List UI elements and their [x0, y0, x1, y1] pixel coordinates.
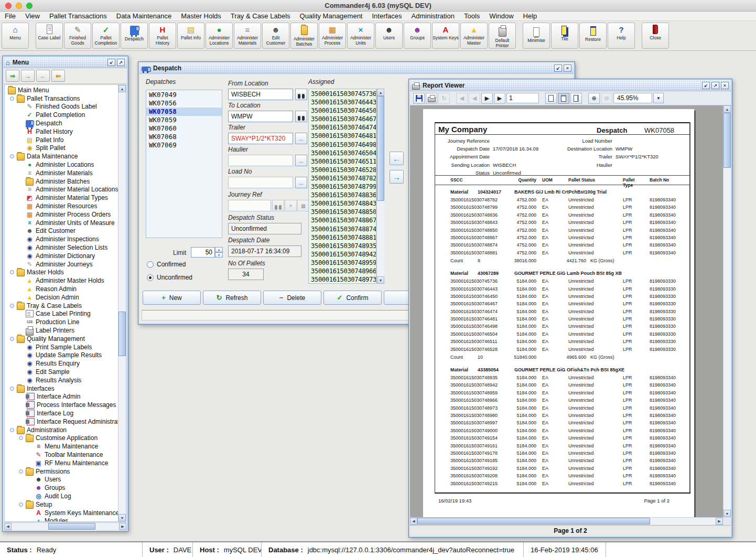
system-keys-toolbar-button[interactable]: ASystem Keys — [432, 23, 459, 49]
close-toolbar-button[interactable]: Close — [642, 23, 669, 49]
assigned-list-item[interactable]: 350001615030748973 — [309, 275, 376, 284]
assigned-list-item[interactable]: 350001615030746511 — [309, 157, 376, 166]
report-vscroll-thumb[interactable] — [723, 113, 731, 168]
unconfirmed-radio[interactable]: Unconfirmed — [147, 274, 192, 281]
despatch-toolbar-button[interactable]: Despatch — [121, 23, 148, 49]
scroll-up-icon[interactable]: ▲ — [118, 85, 126, 92]
report-window-close-button[interactable]: × — [721, 82, 729, 89]
tree-item-administer-material-locations[interactable]: ≡Administer Material Locations — [5, 186, 118, 194]
tree-item-pallet-history[interactable]: HPallet History — [5, 127, 118, 136]
tree-expander-icon[interactable] — [10, 387, 14, 391]
tree-item-setup[interactable]: Setup — [5, 500, 118, 509]
restore-toolbar-button[interactable]: Restore — [579, 23, 607, 49]
scroll-right-icon[interactable]: ▶ — [716, 518, 723, 525]
journey-ref-search-button[interactable] — [272, 200, 284, 211]
from-location-search-button[interactable] — [295, 89, 307, 100]
administer-process-toolbar-button[interactable]: ▦Administer Process — [319, 23, 346, 49]
page-number-input[interactable] — [506, 93, 539, 103]
assigned-list-item[interactable]: 350001615030746498 — [309, 141, 376, 149]
zoom-level-dropdown-button[interactable]: ▼ — [653, 93, 664, 103]
tree-item-administer-dictionary[interactable]: ◉Administer Dictionary — [5, 252, 118, 260]
tree-item-administration[interactable]: Administration — [5, 426, 118, 434]
tree-hscroll-thumb[interactable] — [48, 523, 95, 530]
to-location-search-button[interactable] — [295, 111, 307, 122]
menubar-item-interfaces[interactable]: Interfaces — [367, 12, 406, 20]
assigned-list-item[interactable]: 350001615030748881 — [309, 233, 376, 242]
tree-item-main-menu[interactable]: Main Menu — [5, 86, 118, 94]
assigned-list-item[interactable]: 350001615030748867 — [309, 216, 376, 224]
tree-collapse-button[interactable]: ← — [36, 70, 50, 82]
trailer-input[interactable] — [228, 133, 293, 144]
tree-item-reason-admin[interactable]: ▲Reason Admin — [5, 285, 118, 293]
assigned-list-item[interactable]: 350001615030748836 — [309, 191, 376, 199]
menubar-item-tools[interactable]: Tools — [459, 12, 484, 20]
haulier-browse-button[interactable]: ... — [295, 155, 307, 166]
assigned-list-item[interactable]: 350001615030746474 — [309, 123, 376, 132]
assigned-list-item[interactable]: 350001615030748850 — [309, 208, 376, 216]
tree-item-administer-journeys[interactable]: ✎Administer Journeys — [5, 260, 118, 269]
tree-item-toolbar-maintenance[interactable]: ✎Toolbar Maintenance — [5, 451, 118, 459]
assigned-list-item[interactable]: 350001615030748935 — [309, 242, 376, 250]
tree-item-menu-maintenance[interactable]: ≡Menu Maintenance — [5, 442, 118, 451]
report-save-button[interactable] — [413, 93, 425, 104]
tree-item-administer-inspections[interactable]: ◉Administer Inspections — [5, 235, 118, 243]
pallet-history-toolbar-button[interactable]: HPallet History — [149, 23, 176, 49]
assigned-list-item[interactable]: 350001615030748959 — [309, 259, 376, 267]
menubar-item-master-holds[interactable]: Master Holds — [176, 12, 226, 20]
report-horizontal-scrollbar[interactable]: ◀ ▶ — [410, 517, 723, 524]
tree-scroll-track[interactable] — [118, 92, 126, 514]
zoom-in-button[interactable]: ⊕ — [588, 93, 600, 104]
tree-item-groups[interactable]: ☻Groups — [5, 484, 118, 492]
assigned-list-item[interactable]: 350001615030748799 — [309, 183, 376, 191]
tree-item-interface-request-administrati[interactable]: Interface Request Administrati — [5, 417, 118, 426]
scroll-down-icon[interactable]: ▼ — [723, 510, 731, 517]
pallet-completion-toolbar-button[interactable]: ✓Pallet Completion — [92, 23, 120, 49]
tree-expander-icon[interactable] — [10, 97, 14, 101]
report-hscroll-thumb[interactable] — [417, 518, 650, 524]
help-toolbar-button[interactable]: ?Help — [608, 23, 635, 49]
tree-expand-button[interactable]: → — [21, 70, 35, 82]
limit-spin-down-button[interactable]: ▼ — [215, 252, 223, 258]
menubar-item-view[interactable]: View — [20, 12, 45, 20]
scroll-up-icon[interactable]: ▲ — [723, 105, 731, 113]
tree-item-interface-admin[interactable]: Interface Admin — [5, 392, 118, 401]
case-label-toolbar-button[interactable]: Case Label — [36, 23, 63, 49]
tree-item-interfaces[interactable]: Interfaces — [5, 384, 118, 393]
tree-expander-icon[interactable] — [19, 436, 23, 440]
tree-item-rf-menu-maintenance[interactable]: ▣RF Menu Maintenance — [5, 459, 118, 467]
to-location-input[interactable] — [228, 111, 293, 122]
tree-item-case-label-printing[interactable]: Case Label Printing — [5, 310, 118, 318]
administer-units-toolbar-button[interactable]: ×Administer Units — [347, 23, 374, 49]
transfer-left-button[interactable]: ← — [390, 152, 404, 165]
scroll-down-icon[interactable]: ▼ — [118, 514, 126, 521]
tree-item-administer-locations[interactable]: ●Administer Locations — [5, 160, 118, 169]
despatch-list-item[interactable]: WK07049 — [146, 91, 222, 99]
tree-item-pallet-info[interactable]: ▤Pallet Info — [5, 136, 118, 144]
despatch-list-item[interactable]: WK07056 — [146, 99, 222, 108]
despatch-window-titlebar[interactable]: Despatch ↙ × — [139, 63, 574, 74]
new-button[interactable]: +New — [143, 291, 201, 305]
tree-expander-icon[interactable] — [10, 337, 14, 341]
tree-item-results-enquiry[interactable]: ◉Results Enquiry — [5, 359, 118, 368]
edit-customer-toolbar-button[interactable]: ☻Edit Customer — [262, 23, 289, 49]
administer-master-toolbar-button[interactable]: ▲Administer Master — [460, 23, 488, 49]
assigned-scroll-thumb[interactable] — [377, 96, 384, 201]
despatch-list-item[interactable]: WK07060 — [146, 124, 222, 133]
tree-item-update-sample-results[interactable]: ◉Update Sample Results — [5, 351, 118, 360]
tree-item-quality-management[interactable]: Quality Management — [5, 335, 118, 343]
tree-item-finished-goods-label[interactable]: ✎Finished Goods Label — [5, 103, 118, 111]
assigned-list-item[interactable]: 350001615030746481 — [309, 132, 376, 140]
tree-item-decision-admin[interactable]: ▲Decision Admin — [5, 293, 118, 302]
load-no-browse-button[interactable]: ... — [295, 177, 307, 188]
tree-collapse-all-button[interactable]: ⇐ — [51, 70, 65, 82]
report-window-maximize-button[interactable]: ↗ — [711, 82, 719, 89]
report-window-restore-button[interactable]: ↙ — [702, 82, 710, 89]
despatch-list-item[interactable]: WK07059 — [146, 116, 222, 124]
tree-item-pallet-completion[interactable]: ✓Pallet Completion — [5, 111, 118, 119]
journey-ref-table-button[interactable]: ▦ — [297, 200, 309, 211]
tree-horizontal-scrollbar[interactable]: ◀ ▶ — [4, 522, 126, 530]
tree-expander-icon[interactable] — [10, 154, 14, 158]
tree-item-customise-application[interactable]: Customise Application — [5, 434, 118, 442]
assigned-list-item[interactable]: 350001615030746528 — [309, 166, 376, 174]
tree-expander-icon[interactable] — [10, 428, 14, 432]
